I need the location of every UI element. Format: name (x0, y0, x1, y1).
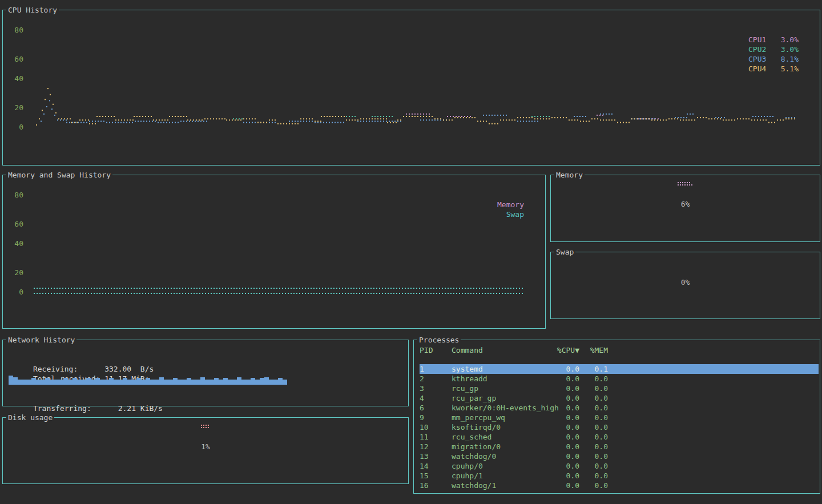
process-pid: 1 (420, 364, 452, 374)
cpu-legend-label: CPU4 (748, 64, 766, 74)
memory-gauge-panel: Memory 6% (550, 175, 820, 242)
process-command: kthreadd (452, 374, 551, 384)
table-row[interactable]: 13watchdog/00.00.0 (420, 451, 819, 461)
table-row[interactable]: 10ksoftirqd/00.00.0 (420, 422, 819, 432)
process-cpu: 0.0 (551, 461, 579, 471)
table-row[interactable]: 6kworker/0:0H-events_high0.00.0 (420, 403, 819, 413)
process-command: watchdog/0 (452, 451, 551, 461)
table-row[interactable]: 14cpuhp/00.00.0 (420, 461, 819, 471)
process-cpu: 0.0 (551, 432, 579, 442)
process-cpu: 0.0 (551, 384, 579, 393)
processes-table-body: 1systemd0.00.12kthreadd0.00.03rcu_gp0.00… (420, 364, 819, 490)
column-header-mem[interactable]: %MEM (579, 345, 608, 355)
memory-gauge-title: Memory (554, 170, 585, 180)
disk-usage-title: Disk usage (6, 413, 54, 422)
cpu-history-panel: CPU History 806040200 CPU13.0%CPU23.0%CP… (2, 10, 820, 166)
network-history-panel: Network History Receiving:332.00 B/s Tot… (2, 340, 409, 406)
process-command: rcu_sched (452, 432, 551, 442)
process-cpu: 0.0 (551, 393, 579, 403)
process-mem: 0.0 (579, 403, 608, 413)
process-mem: 0.0 (579, 384, 608, 393)
table-row-selected[interactable]: 1systemd0.00.1 (420, 364, 819, 374)
cpu-legend-value: 8.1% (781, 54, 799, 64)
process-cpu: 0.0 (551, 403, 579, 413)
process-pid: 14 (420, 461, 452, 471)
cpu-legend-value: 3.0% (781, 45, 799, 54)
process-cpu: 0.0 (551, 374, 579, 384)
process-pid: 9 (420, 413, 452, 422)
swap-percent: 0% (551, 277, 820, 287)
process-pid: 2 (420, 374, 452, 384)
process-command: systemd (452, 364, 551, 374)
column-header-pid[interactable]: PID (420, 345, 452, 355)
cpu-history-chart (3, 10, 820, 165)
memory-swap-legend-entry: Memory (497, 200, 524, 209)
table-row[interactable]: 3rcu_gp0.00.0 (420, 384, 819, 393)
process-cpu: 0.0 (551, 413, 579, 422)
cpu-legend-entry: CPU45.1% (748, 64, 799, 74)
table-row[interactable]: 12migration/00.00.0 (420, 442, 819, 451)
process-mem: 0.0 (579, 461, 608, 471)
process-pid: 10 (420, 422, 452, 432)
disk-gauge-dots (201, 425, 210, 429)
cpu-legend-label: CPU2 (748, 45, 766, 54)
process-command: mm_percpu_wq (452, 413, 551, 422)
cpu-legend-label: CPU1 (748, 35, 766, 45)
process-mem: 0.0 (579, 393, 608, 403)
process-mem: 0.0 (579, 422, 608, 432)
process-pid: 4 (420, 393, 452, 403)
network-history-title: Network History (6, 335, 76, 345)
process-mem: 0.0 (579, 432, 608, 442)
cpu-legend-value: 3.0% (781, 35, 799, 45)
process-command: cpuhp/0 (452, 461, 551, 471)
process-cpu: 0.0 (551, 442, 579, 451)
disk-percent: 1% (3, 442, 408, 451)
process-pid: 13 (420, 451, 452, 461)
process-command: migration/0 (452, 442, 551, 451)
memory-percent: 6% (551, 199, 820, 209)
cpu-legend: CPU13.0%CPU23.0%CPU38.1%CPU45.1% (748, 35, 799, 74)
swap-gauge-panel: Swap 0% (550, 252, 820, 319)
column-header-cpu-sort[interactable]: %CPU▼ (551, 345, 579, 355)
process-pid: 3 (420, 384, 452, 393)
process-mem: 0.0 (579, 374, 608, 384)
process-command: kworker/0:0H-events_high (452, 403, 551, 413)
table-row[interactable]: 16watchdog/10.00.0 (420, 481, 819, 490)
process-mem: 0.0 (579, 481, 608, 490)
process-command: watchdog/1 (452, 481, 551, 490)
cpu-legend-value: 5.1% (781, 64, 799, 74)
processes-panel: Processes PIDCommand%CPU▼%MEM 1systemd0.… (413, 340, 820, 494)
cpu-legend-entry: CPU13.0% (748, 35, 799, 45)
disk-usage-panel: Disk usage 1% (2, 417, 409, 484)
memory-swap-history-panel: Memory and Swap History 806040200 Memory… (2, 175, 546, 329)
process-mem: 0.0 (579, 471, 608, 481)
memory-gauge-dots (678, 182, 694, 187)
cpu-legend-entry: CPU38.1% (748, 54, 799, 64)
process-cpu: 0.0 (551, 481, 579, 490)
cpu-legend-label: CPU3 (748, 54, 766, 64)
process-mem: 0.1 (579, 364, 608, 374)
table-row[interactable]: 15cpuhp/10.00.0 (420, 471, 819, 481)
table-row[interactable]: 2kthreadd0.00.0 (420, 374, 819, 384)
process-command: rcu_par_gp (452, 393, 551, 403)
swap-gauge-title: Swap (554, 247, 575, 257)
table-row[interactable]: 4rcu_par_gp0.00.0 (420, 393, 819, 403)
table-row[interactable]: 9mm_percpu_wq0.00.0 (420, 413, 819, 422)
cpu-legend-entry: CPU23.0% (748, 45, 799, 54)
table-row[interactable]: 11rcu_sched0.00.0 (420, 432, 819, 442)
process-cpu: 0.0 (551, 422, 579, 432)
process-command: rcu_gp (452, 384, 551, 393)
process-mem: 0.0 (579, 413, 608, 422)
memory-swap-history-chart (3, 175, 545, 328)
process-cpu: 0.0 (551, 471, 579, 481)
process-cpu: 0.0 (551, 364, 579, 374)
column-header-command[interactable]: Command (452, 345, 551, 355)
process-cpu: 0.0 (551, 451, 579, 461)
process-pid: 15 (420, 471, 452, 481)
process-pid: 12 (420, 442, 452, 451)
transferring-label: Transferring: (33, 404, 118, 413)
memory-swap-legend-entry: Swap (497, 209, 524, 219)
network-receiving-sparkline (9, 372, 288, 385)
transferring-value: 2.21 KiB/s (118, 404, 163, 413)
process-pid: 11 (420, 432, 452, 442)
